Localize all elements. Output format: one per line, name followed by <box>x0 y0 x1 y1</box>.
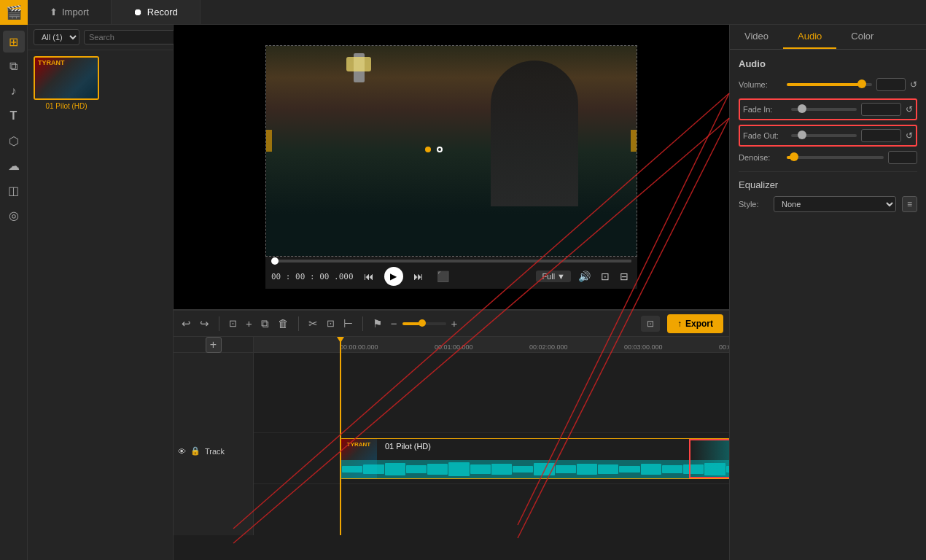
lock-icon[interactable]: 🔒 <box>190 446 201 456</box>
sidebar-item-filters[interactable]: ◫ <box>3 179 25 201</box>
media-content: TYRANT 01 Pilot (HD) <box>28 50 173 117</box>
add-track-button[interactable]: + <box>206 337 222 353</box>
cut-button[interactable]: ✂ <box>306 315 320 332</box>
screenshot-button[interactable]: ⊡ <box>641 316 660 332</box>
zoom-out-button[interactable]: − <box>389 315 400 332</box>
sidebar-item-transitions[interactable]: ⧉ <box>3 55 25 77</box>
track-info: 👁 🔒 Track <box>174 353 253 462</box>
fade-in-value[interactable]: 21.076s <box>861 103 901 116</box>
waveform-bar <box>448 462 469 476</box>
equalizer-style-select[interactable]: None <box>774 196 896 212</box>
fullscreen-button[interactable]: Full ▼ <box>536 271 571 282</box>
denoise-slider[interactable] <box>787 156 884 159</box>
waveform-bar <box>427 464 448 475</box>
right-panel-tabs: Video Audio Color <box>730 25 926 50</box>
snapshot-button[interactable]: ⊡ <box>227 316 239 331</box>
timeline-toolbar: ↩ ↪ ⊡ + ⧉ 🗑 ✂ ⊡ ⊢ ⚑ − + <box>174 311 729 337</box>
delete-button[interactable]: 🗑 <box>276 315 291 332</box>
sidebar-item-media[interactable]: ⊞ <box>3 31 25 52</box>
right-panel-body: Audio Volume: 185 ↺ Fade In: <box>730 50 926 560</box>
playhead[interactable] <box>340 337 341 535</box>
record-icon: ⏺ <box>133 7 143 18</box>
clip-fade-out-region <box>689 439 729 478</box>
tab-audio[interactable]: Audio <box>783 25 836 49</box>
clip-thumb-text: TYRANT <box>341 438 377 451</box>
waveform-bar <box>363 464 384 474</box>
fade-in-slider[interactable] <box>791 108 857 111</box>
fade-in-row: Fade In: 21.076s ↺ <box>739 98 917 120</box>
visibility-icon[interactable]: 👁 <box>178 447 186 456</box>
playback-controls: 00 : 00 : 00 .000 ⏮ ▶ ⏭ ⬛ Full ▼ 🔊 ⊡ ⊟ <box>271 267 631 286</box>
trim-button[interactable]: ⊢ <box>341 315 355 332</box>
waveform-bar <box>598 464 618 475</box>
toolbar-separator-1 <box>219 316 219 331</box>
media-item[interactable]: TYRANT 01 Pilot (HD) <box>34 56 99 110</box>
volume-button[interactable]: 🔊 <box>575 269 594 284</box>
sidebar-item-text[interactable]: T <box>3 105 25 127</box>
undo-button[interactable]: ↩ <box>179 315 193 332</box>
timeline-tracks[interactable]: 00:00:00.000 00:01:00.000 00:02:00.000 0… <box>254 337 729 535</box>
zoom-slider[interactable] <box>402 322 446 325</box>
time-display: 00 : 00 : 00 .000 <box>271 272 354 281</box>
tab-import[interactable]: ⬆ Import <box>28 0 112 24</box>
fade-in-label: Fade In: <box>743 105 787 114</box>
crop-button[interactable]: ⊡ <box>324 316 337 331</box>
video-preview <box>265 45 637 257</box>
zoom-in-button[interactable]: + <box>449 315 460 332</box>
preview-area: 00 : 00 : 00 .000 ⏮ ▶ ⏭ ⬛ Full ▼ 🔊 ⊡ ⊟ <box>174 25 729 309</box>
media-filter-dropdown[interactable]: All (1) <box>34 29 79 45</box>
fade-in-thumb <box>798 104 806 113</box>
main-layout: ⊞ ⧉ ♪ T ⬡ ☁ ◫ ◎ All (1) ⊞ TYRANT 01 Pilo… <box>0 25 926 560</box>
denoise-row: Denoise: 0 <box>739 151 917 164</box>
sidebar-item-stickers[interactable]: ◎ <box>3 204 25 226</box>
fade-out-value[interactable]: 22.080s <box>861 129 901 142</box>
volume-track <box>787 83 872 86</box>
step-forward-button[interactable]: ⏭ <box>411 269 427 284</box>
volume-fill <box>787 83 859 86</box>
step-back-button[interactable]: ⏮ <box>361 269 377 284</box>
copy-button[interactable]: ⧉ <box>259 315 271 332</box>
sidebar-item-audio[interactable]: ♪ <box>3 80 25 102</box>
denoise-value[interactable]: 0 <box>888 151 917 164</box>
waveform-bar <box>513 466 533 472</box>
tab-record[interactable]: ⏺ Record <box>112 0 201 24</box>
equalizer-settings-button[interactable]: ≡ <box>902 196 917 212</box>
waveform-bar <box>662 465 682 473</box>
screenshot-preview-button[interactable]: ⊡ <box>598 269 612 284</box>
sidebar-item-effects[interactable]: ⬡ <box>3 130 25 152</box>
export-button[interactable]: ↑ Export <box>667 314 723 333</box>
tab-video[interactable]: Video <box>730 25 783 49</box>
video-clip[interactable]: TYRANT 01 Pilot (HD) <box>340 438 729 479</box>
tab-color[interactable]: Color <box>836 25 888 49</box>
waveform-bars <box>341 460 729 478</box>
timeline-ruler: 00:00:00.000 00:01:00.000 00:02:00.000 0… <box>254 337 729 353</box>
volume-value[interactable]: 185 <box>876 78 906 91</box>
zoom-controls: − + <box>389 315 460 332</box>
denoise-track <box>787 156 884 159</box>
pip-button[interactable]: ⊟ <box>617 269 631 284</box>
playback-scrubber[interactable] <box>271 260 631 262</box>
stop-button[interactable]: ⬛ <box>434 269 452 284</box>
redo-button[interactable]: ↪ <box>198 315 211 332</box>
center-area: 00 : 00 : 00 .000 ⏮ ▶ ⏭ ⬛ Full ▼ 🔊 ⊡ ⊟ <box>174 25 729 560</box>
volume-slider[interactable] <box>787 83 872 86</box>
play-button[interactable]: ▶ <box>384 267 403 286</box>
toolbar-separator-3 <box>362 316 363 331</box>
media-toolbar: All (1) ⊞ <box>28 25 173 50</box>
preview-dot-yellow <box>425 147 431 152</box>
add-media-button[interactable]: + <box>244 315 254 332</box>
volume-reset-button[interactable]: ↺ <box>910 79 917 90</box>
fade-out-reset-button[interactable]: ↺ <box>906 131 913 141</box>
flag-button[interactable]: ⚑ <box>370 315 384 332</box>
waveform-bar <box>406 465 427 473</box>
track-header: + <box>174 337 253 353</box>
fade-out-slider[interactable] <box>791 134 857 137</box>
clip-waveform <box>341 460 729 478</box>
fade-out-label: Fade Out: <box>743 131 787 140</box>
ruler-mark-0: 00:00:00.000 <box>340 343 378 351</box>
sidebar-item-cloud[interactable]: ☁ <box>3 155 25 176</box>
fade-in-reset-button[interactable]: ↺ <box>906 104 913 114</box>
media-item-label: 01 Pilot (HD) <box>34 102 99 110</box>
fade-out-track <box>791 134 857 137</box>
timeline-content: + 👁 🔒 Track 00:00:00 <box>174 337 729 535</box>
